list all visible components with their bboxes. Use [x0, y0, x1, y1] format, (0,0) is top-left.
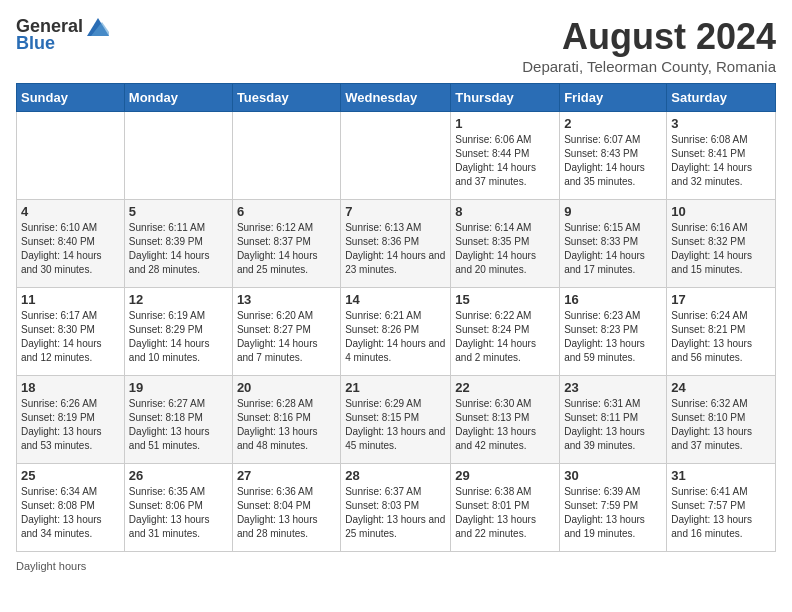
- calendar-header-sunday: Sunday: [17, 84, 125, 112]
- day-number: 22: [455, 380, 555, 395]
- title-area: August 2024 Deparati, Teleorman County, …: [522, 16, 776, 75]
- header: General Blue August 2024 Deparati, Teleo…: [16, 16, 776, 75]
- day-info: Sunrise: 6:08 AM Sunset: 8:41 PM Dayligh…: [671, 133, 771, 189]
- calendar-cell: 28Sunrise: 6:37 AM Sunset: 8:03 PM Dayli…: [341, 464, 451, 552]
- day-number: 16: [564, 292, 662, 307]
- day-info: Sunrise: 6:26 AM Sunset: 8:19 PM Dayligh…: [21, 397, 120, 453]
- logo-blue-text: Blue: [16, 33, 55, 54]
- calendar-cell: 2Sunrise: 6:07 AM Sunset: 8:43 PM Daylig…: [560, 112, 667, 200]
- calendar-cell: 6Sunrise: 6:12 AM Sunset: 8:37 PM Daylig…: [232, 200, 340, 288]
- calendar-cell: 24Sunrise: 6:32 AM Sunset: 8:10 PM Dayli…: [667, 376, 776, 464]
- day-info: Sunrise: 6:27 AM Sunset: 8:18 PM Dayligh…: [129, 397, 228, 453]
- calendar-cell: 26Sunrise: 6:35 AM Sunset: 8:06 PM Dayli…: [124, 464, 232, 552]
- day-info: Sunrise: 6:31 AM Sunset: 8:11 PM Dayligh…: [564, 397, 662, 453]
- calendar-cell: 20Sunrise: 6:28 AM Sunset: 8:16 PM Dayli…: [232, 376, 340, 464]
- day-number: 29: [455, 468, 555, 483]
- location-subtitle: Deparati, Teleorman County, Romania: [522, 58, 776, 75]
- day-info: Sunrise: 6:32 AM Sunset: 8:10 PM Dayligh…: [671, 397, 771, 453]
- day-number: 10: [671, 204, 771, 219]
- calendar-cell: 18Sunrise: 6:26 AM Sunset: 8:19 PM Dayli…: [17, 376, 125, 464]
- day-number: 27: [237, 468, 336, 483]
- logo-icon: [87, 18, 109, 36]
- day-number: 13: [237, 292, 336, 307]
- day-info: Sunrise: 6:16 AM Sunset: 8:32 PM Dayligh…: [671, 221, 771, 277]
- calendar-cell: 25Sunrise: 6:34 AM Sunset: 8:08 PM Dayli…: [17, 464, 125, 552]
- day-info: Sunrise: 6:28 AM Sunset: 8:16 PM Dayligh…: [237, 397, 336, 453]
- calendar-cell: [341, 112, 451, 200]
- day-info: Sunrise: 6:30 AM Sunset: 8:13 PM Dayligh…: [455, 397, 555, 453]
- calendar-cell: 31Sunrise: 6:41 AM Sunset: 7:57 PM Dayli…: [667, 464, 776, 552]
- day-number: 30: [564, 468, 662, 483]
- day-number: 11: [21, 292, 120, 307]
- calendar-cell: 23Sunrise: 6:31 AM Sunset: 8:11 PM Dayli…: [560, 376, 667, 464]
- day-number: 21: [345, 380, 446, 395]
- day-info: Sunrise: 6:13 AM Sunset: 8:36 PM Dayligh…: [345, 221, 446, 277]
- calendar-header-tuesday: Tuesday: [232, 84, 340, 112]
- day-info: Sunrise: 6:17 AM Sunset: 8:30 PM Dayligh…: [21, 309, 120, 365]
- day-number: 2: [564, 116, 662, 131]
- day-info: Sunrise: 6:29 AM Sunset: 8:15 PM Dayligh…: [345, 397, 446, 453]
- calendar-week-row: 11Sunrise: 6:17 AM Sunset: 8:30 PM Dayli…: [17, 288, 776, 376]
- day-info: Sunrise: 6:20 AM Sunset: 8:27 PM Dayligh…: [237, 309, 336, 365]
- footer: Daylight hours: [16, 560, 776, 572]
- calendar-header-saturday: Saturday: [667, 84, 776, 112]
- day-info: Sunrise: 6:11 AM Sunset: 8:39 PM Dayligh…: [129, 221, 228, 277]
- day-info: Sunrise: 6:19 AM Sunset: 8:29 PM Dayligh…: [129, 309, 228, 365]
- calendar-cell: 15Sunrise: 6:22 AM Sunset: 8:24 PM Dayli…: [451, 288, 560, 376]
- calendar-cell: 16Sunrise: 6:23 AM Sunset: 8:23 PM Dayli…: [560, 288, 667, 376]
- month-year-title: August 2024: [522, 16, 776, 58]
- day-number: 20: [237, 380, 336, 395]
- day-info: Sunrise: 6:41 AM Sunset: 7:57 PM Dayligh…: [671, 485, 771, 541]
- day-info: Sunrise: 6:24 AM Sunset: 8:21 PM Dayligh…: [671, 309, 771, 365]
- day-info: Sunrise: 6:22 AM Sunset: 8:24 PM Dayligh…: [455, 309, 555, 365]
- calendar-cell: 29Sunrise: 6:38 AM Sunset: 8:01 PM Dayli…: [451, 464, 560, 552]
- day-number: 1: [455, 116, 555, 131]
- day-number: 31: [671, 468, 771, 483]
- calendar-week-row: 1Sunrise: 6:06 AM Sunset: 8:44 PM Daylig…: [17, 112, 776, 200]
- calendar-cell: [232, 112, 340, 200]
- day-number: 25: [21, 468, 120, 483]
- day-info: Sunrise: 6:39 AM Sunset: 7:59 PM Dayligh…: [564, 485, 662, 541]
- calendar-cell: 22Sunrise: 6:30 AM Sunset: 8:13 PM Dayli…: [451, 376, 560, 464]
- day-number: 12: [129, 292, 228, 307]
- day-info: Sunrise: 6:10 AM Sunset: 8:40 PM Dayligh…: [21, 221, 120, 277]
- day-number: 28: [345, 468, 446, 483]
- calendar-cell: 11Sunrise: 6:17 AM Sunset: 8:30 PM Dayli…: [17, 288, 125, 376]
- calendar-header-row: SundayMondayTuesdayWednesdayThursdayFrid…: [17, 84, 776, 112]
- calendar-cell: 27Sunrise: 6:36 AM Sunset: 8:04 PM Dayli…: [232, 464, 340, 552]
- day-info: Sunrise: 6:21 AM Sunset: 8:26 PM Dayligh…: [345, 309, 446, 365]
- day-info: Sunrise: 6:15 AM Sunset: 8:33 PM Dayligh…: [564, 221, 662, 277]
- calendar-cell: 4Sunrise: 6:10 AM Sunset: 8:40 PM Daylig…: [17, 200, 125, 288]
- calendar-week-row: 18Sunrise: 6:26 AM Sunset: 8:19 PM Dayli…: [17, 376, 776, 464]
- day-number: 4: [21, 204, 120, 219]
- calendar-cell: 9Sunrise: 6:15 AM Sunset: 8:33 PM Daylig…: [560, 200, 667, 288]
- day-info: Sunrise: 6:35 AM Sunset: 8:06 PM Dayligh…: [129, 485, 228, 541]
- day-number: 14: [345, 292, 446, 307]
- calendar-cell: 19Sunrise: 6:27 AM Sunset: 8:18 PM Dayli…: [124, 376, 232, 464]
- calendar-cell: 30Sunrise: 6:39 AM Sunset: 7:59 PM Dayli…: [560, 464, 667, 552]
- calendar-header-monday: Monday: [124, 84, 232, 112]
- day-number: 8: [455, 204, 555, 219]
- calendar-week-row: 25Sunrise: 6:34 AM Sunset: 8:08 PM Dayli…: [17, 464, 776, 552]
- calendar-table: SundayMondayTuesdayWednesdayThursdayFrid…: [16, 83, 776, 552]
- calendar-cell: 21Sunrise: 6:29 AM Sunset: 8:15 PM Dayli…: [341, 376, 451, 464]
- calendar-cell: 7Sunrise: 6:13 AM Sunset: 8:36 PM Daylig…: [341, 200, 451, 288]
- calendar-cell: 10Sunrise: 6:16 AM Sunset: 8:32 PM Dayli…: [667, 200, 776, 288]
- day-number: 7: [345, 204, 446, 219]
- day-info: Sunrise: 6:34 AM Sunset: 8:08 PM Dayligh…: [21, 485, 120, 541]
- day-number: 24: [671, 380, 771, 395]
- day-number: 23: [564, 380, 662, 395]
- calendar-cell: 14Sunrise: 6:21 AM Sunset: 8:26 PM Dayli…: [341, 288, 451, 376]
- logo: General Blue: [16, 16, 109, 54]
- calendar-week-row: 4Sunrise: 6:10 AM Sunset: 8:40 PM Daylig…: [17, 200, 776, 288]
- calendar-cell: 13Sunrise: 6:20 AM Sunset: 8:27 PM Dayli…: [232, 288, 340, 376]
- calendar-cell: [17, 112, 125, 200]
- day-number: 17: [671, 292, 771, 307]
- calendar-cell: 8Sunrise: 6:14 AM Sunset: 8:35 PM Daylig…: [451, 200, 560, 288]
- calendar-cell: 12Sunrise: 6:19 AM Sunset: 8:29 PM Dayli…: [124, 288, 232, 376]
- day-number: 15: [455, 292, 555, 307]
- day-number: 3: [671, 116, 771, 131]
- calendar-header-thursday: Thursday: [451, 84, 560, 112]
- day-info: Sunrise: 6:12 AM Sunset: 8:37 PM Dayligh…: [237, 221, 336, 277]
- calendar-cell: 17Sunrise: 6:24 AM Sunset: 8:21 PM Dayli…: [667, 288, 776, 376]
